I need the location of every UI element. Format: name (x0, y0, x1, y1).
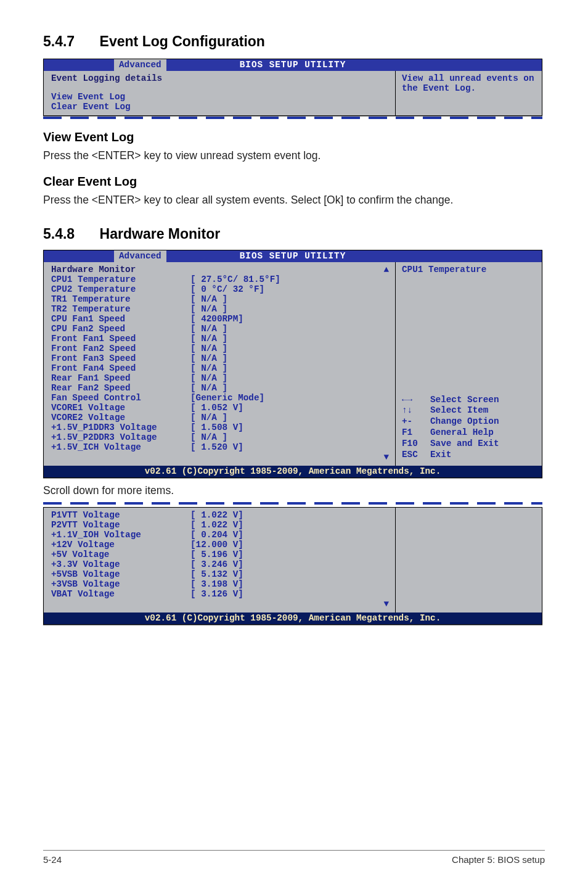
row-value: [ 1.052 V] (190, 403, 243, 413)
table-row[interactable]: Front Fan3 Speed[ N/A ] (51, 353, 389, 363)
section-title: Hardware Monitor (100, 226, 221, 242)
help-desc: Exit (430, 450, 451, 461)
table-row[interactable]: +1.5V_P1DDR3 Voltage[ 1.508 V] (51, 423, 389, 432)
row-value: [ 3.198 V] (190, 579, 243, 589)
table-row[interactable]: +1.5V_ICH Voltage[ 1.520 V] (51, 442, 389, 452)
help-text: CPU1 Temperature (402, 265, 536, 274)
table-row[interactable]: CPU2 Temperature[ 0 °C/ 32 °F] (51, 284, 389, 294)
bios-hardware-monitor-box: BIOS SETUP UTILITY Advanced Hardware Mon… (43, 250, 542, 478)
subhead-view-event-log: View Event Log (43, 130, 545, 144)
scroll-note: Scroll down for more items. (43, 483, 545, 498)
table-row[interactable]: +5V Voltage[ 5.196 V] (51, 550, 389, 559)
table-row[interactable]: +1.1V_IOH Voltage[ 0.204 V] (51, 530, 389, 540)
table-row[interactable]: VCORE1 Voltage[ 1.052 V] (51, 403, 389, 413)
section-number: 5.4.7 (43, 33, 75, 50)
row-label: CPU1 Temperature (51, 274, 190, 284)
help-key-row: ←→Select Screen (402, 395, 536, 406)
menu-item-view-event-log[interactable]: View Event Log (51, 92, 389, 102)
table-row[interactable]: TR1 Temperature[ N/A ] (51, 294, 389, 304)
row-label: +3VSB Voltage (51, 579, 190, 589)
table-row[interactable]: Front Fan2 Speed[ N/A ] (51, 344, 389, 353)
table-row[interactable]: CPU Fan2 Speed[ N/A ] (51, 324, 389, 334)
row-label: Rear Fan2 Speed (51, 383, 190, 393)
row-value: [ N/A ] (190, 353, 227, 363)
bios-tab-advanced[interactable]: Advanced (114, 250, 166, 262)
table-row[interactable]: TR2 Temperature[ N/A ] (51, 304, 389, 314)
row-label: TR2 Temperature (51, 304, 190, 314)
help-text: View all unread events on the Event Log. (402, 73, 536, 93)
bios-copyright: v02.61 (C)Copyright 1985-2009, American … (44, 613, 542, 624)
table-row[interactable]: VCORE2 Voltage[ N/A ] (51, 413, 389, 423)
table-row[interactable]: CPU1 Temperature[ 27.5°C/ 81.5°F] (51, 274, 389, 284)
section-number: 5.4.8 (43, 226, 75, 242)
row-value: [ 3.246 V] (190, 559, 243, 569)
divider (43, 502, 542, 505)
row-value: [ 5.132 V] (190, 569, 243, 579)
panel-heading: Hardware Monitor (51, 265, 383, 274)
section-heading-547: 5.4.7 Event Log Configuration (43, 33, 545, 50)
table-row[interactable]: +12V Voltage[12.000 V] (51, 540, 389, 550)
help-key-row: ESCExit (402, 450, 536, 461)
help-desc: General Help (430, 427, 494, 439)
row-value: [ N/A ] (190, 413, 227, 423)
row-label: +1.5V_ICH Voltage (51, 442, 190, 452)
row-value: [ 3.126 V] (190, 589, 243, 599)
panel-heading: Event Logging details (51, 73, 389, 83)
paragraph: Press the <ENTER> key to clear all syste… (43, 192, 545, 208)
help-key-row: ↑↓Select Item (402, 405, 536, 416)
row-label: VCORE1 Voltage (51, 403, 190, 413)
table-row[interactable]: VBAT Voltage[ 3.126 V] (51, 589, 389, 599)
table-row[interactable]: P2VTT Voltage[ 1.022 V] (51, 520, 389, 530)
row-value: [ N/A ] (190, 383, 227, 393)
row-value: [ N/A ] (190, 304, 227, 314)
row-label: +1.5V_P2DDR3 Voltage (51, 432, 190, 442)
row-label: +5VSB Voltage (51, 569, 190, 579)
table-row[interactable]: Front Fan4 Speed[ N/A ] (51, 363, 389, 373)
row-value: [ 1.022 V] (190, 520, 243, 530)
table-row[interactable]: CPU Fan1 Speed[ 4200RPM] (51, 314, 389, 324)
help-desc: Select Item (430, 405, 488, 416)
table-row[interactable]: +3.3V Voltage[ 3.246 V] (51, 559, 389, 569)
help-desc: Save and Exit (430, 439, 499, 450)
help-desc: Select Screen (430, 395, 499, 406)
scroll-up-icon[interactable]: ▲ (383, 265, 389, 274)
row-value: [ 27.5°C/ 81.5°F] (190, 274, 280, 284)
scroll-down-icon[interactable]: ▼ (383, 452, 389, 462)
row-label: VCORE2 Voltage (51, 413, 190, 423)
row-value: [ N/A ] (190, 324, 227, 334)
table-row[interactable]: Rear Fan2 Speed[ N/A ] (51, 383, 389, 393)
row-label: VBAT Voltage (51, 589, 190, 599)
row-value: [ 1.022 V] (190, 510, 243, 520)
help-key: F10 (402, 439, 430, 450)
row-label: Front Fan2 Speed (51, 344, 190, 353)
row-label: Fan Speed Control (51, 393, 190, 403)
row-label: +1.1V_IOH Voltage (51, 530, 190, 540)
table-row[interactable]: Rear Fan1 Speed[ N/A ] (51, 373, 389, 383)
help-key-row: +-Change Option (402, 416, 536, 427)
subhead-clear-event-log: Clear Event Log (43, 175, 545, 189)
row-label: +3.3V Voltage (51, 559, 190, 569)
row-value: [ 1.520 V] (190, 442, 243, 452)
row-value: [Generic Mode] (190, 393, 264, 403)
row-label: CPU Fan2 Speed (51, 324, 190, 334)
row-label: Rear Fan1 Speed (51, 373, 190, 383)
row-value: [ 0 °C/ 32 °F] (190, 284, 264, 294)
table-row[interactable]: +3VSB Voltage[ 3.198 V] (51, 579, 389, 589)
bios-tab-advanced[interactable]: Advanced (114, 59, 166, 71)
table-row[interactable]: Front Fan1 Speed[ N/A ] (51, 334, 389, 344)
help-key: F1 (402, 427, 430, 439)
table-row[interactable]: Fan Speed Control[Generic Mode] (51, 393, 389, 403)
row-label: Front Fan4 Speed (51, 363, 190, 373)
table-row[interactable]: +1.5V_P2DDR3 Voltage[ N/A ] (51, 432, 389, 442)
row-label: +5V Voltage (51, 550, 190, 559)
scroll-down-icon[interactable]: ▼ (383, 599, 389, 609)
row-label: CPU Fan1 Speed (51, 314, 190, 324)
table-row[interactable]: P1VTT Voltage[ 1.022 V] (51, 510, 389, 520)
table-row[interactable]: +5VSB Voltage[ 5.132 V] (51, 569, 389, 579)
menu-item-clear-event-log[interactable]: Clear Event Log (51, 102, 389, 112)
row-label: CPU2 Temperature (51, 284, 190, 294)
bios-copyright: v02.61 (C)Copyright 1985-2009, American … (44, 466, 542, 477)
bios-event-log-box: BIOS SETUP UTILITY Advanced Event Loggin… (43, 59, 542, 116)
help-desc: Change Option (430, 416, 499, 427)
row-label: +1.5V_P1DDR3 Voltage (51, 423, 190, 432)
